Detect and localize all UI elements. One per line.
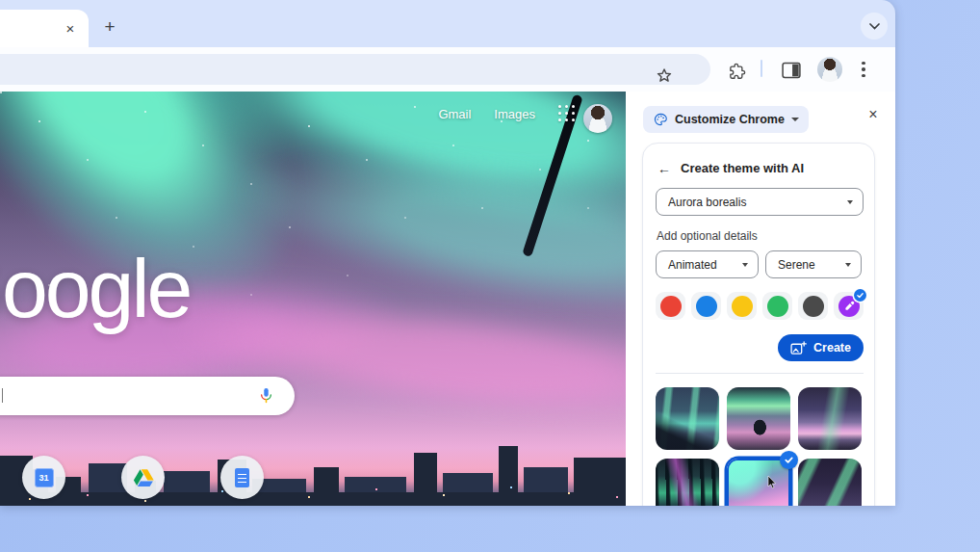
images-link[interactable]: Images xyxy=(494,107,535,121)
google-logo: Google xyxy=(0,241,190,336)
theme-thumbnail-aurora-city-pink[interactable] xyxy=(798,387,862,450)
shortcuts-row: 31 xyxy=(22,456,264,499)
chevron-down-icon xyxy=(742,263,748,267)
create-button-label: Create xyxy=(813,341,851,355)
selected-check-badge xyxy=(854,289,866,302)
google-account-avatar[interactable] xyxy=(583,104,612,133)
chevron-down-icon xyxy=(845,263,851,267)
theme-prompt-value: Aurora borealis xyxy=(668,196,746,209)
customize-chrome-chip[interactable]: Customize Chrome xyxy=(643,106,809,133)
detail-value: Animated xyxy=(668,258,717,272)
docs-shortcut[interactable] xyxy=(220,456,264,499)
customize-chrome-panel: Customize Chrome × ← Create theme with A… xyxy=(626,92,895,506)
tab-strip: × + xyxy=(0,0,895,47)
calendar-shortcut[interactable]: 31 xyxy=(22,456,65,499)
new-tab-page: Gmail Images Google xyxy=(0,92,626,506)
theme-prompt-dropdown[interactable]: Aurora borealis xyxy=(656,188,864,216)
detail-dropdown-serene[interactable]: Serene xyxy=(765,250,862,278)
page-header-nav: Gmail Images xyxy=(438,105,576,122)
color-swatch-row xyxy=(656,292,864,320)
window-content: Gmail Images Google xyxy=(0,92,895,506)
back-arrow-icon[interactable]: ← xyxy=(658,162,671,175)
new-tab-button[interactable]: + xyxy=(96,13,123,40)
eyedropper-icon xyxy=(843,301,855,312)
toolbar xyxy=(0,47,895,92)
color-swatch-green[interactable] xyxy=(762,292,792,320)
detail-value: Serene xyxy=(778,258,815,272)
active-tab[interactable]: × xyxy=(0,10,89,47)
browser-profile-avatar[interactable] xyxy=(817,57,842,82)
voice-search-mic-icon[interactable] xyxy=(258,387,274,405)
divider xyxy=(656,373,864,374)
docs-icon xyxy=(235,468,249,487)
theme-thumbnail-aurora-island[interactable] xyxy=(727,387,790,450)
address-bar[interactable] xyxy=(0,54,710,85)
theme-thumbnail-grid xyxy=(656,387,864,506)
theme-thumbnail-aurora-city-green[interactable] xyxy=(798,459,862,506)
chevron-down-icon xyxy=(791,118,799,121)
extensions-icon[interactable] xyxy=(728,62,747,81)
palette-icon xyxy=(653,112,668,127)
details-label: Add optional details xyxy=(657,229,861,243)
color-swatch-grey[interactable] xyxy=(798,292,828,320)
color-swatch-red[interactable] xyxy=(656,292,685,320)
tab-close-icon[interactable]: × xyxy=(60,17,81,39)
browser-window: × + xyxy=(0,0,895,506)
toolbar-divider xyxy=(761,60,762,77)
selected-check-badge xyxy=(780,451,798,469)
theme-thumbnail-aurora-mountains[interactable] xyxy=(656,387,719,450)
browser-menu-icon[interactable] xyxy=(855,59,872,80)
create-theme-card: ← Create theme with AI Aurora borealis A… xyxy=(642,143,875,506)
card-heading: Create theme with AI xyxy=(681,161,804,175)
color-swatch-yellow[interactable] xyxy=(727,292,757,320)
image-sparkle-icon xyxy=(790,341,807,355)
drive-icon xyxy=(133,468,154,487)
tab-search-button[interactable] xyxy=(861,13,888,39)
text-cursor xyxy=(2,388,3,403)
chevron-down-icon xyxy=(869,23,880,30)
color-swatch-custom[interactable] xyxy=(834,292,864,320)
bookmark-star-icon[interactable] xyxy=(655,66,674,86)
create-button[interactable]: Create xyxy=(778,334,864,361)
calendar-icon: 31 xyxy=(35,468,54,487)
color-swatch-blue[interactable] xyxy=(691,292,721,320)
chevron-down-icon xyxy=(847,200,853,204)
search-bar[interactable] xyxy=(0,377,295,415)
panel-close-icon[interactable]: × xyxy=(862,103,885,126)
detail-dropdown-animated[interactable]: Animated xyxy=(656,250,759,278)
gmail-link[interactable]: Gmail xyxy=(438,107,471,121)
side-panel-toggle-icon[interactable] xyxy=(782,62,801,83)
stars xyxy=(0,92,2,93)
theme-thumbnail-aurora-forest[interactable] xyxy=(656,459,719,506)
drive-shortcut[interactable] xyxy=(121,456,165,499)
theme-thumbnail-aurora-pink-sky[interactable] xyxy=(727,459,790,506)
google-apps-grid-icon[interactable] xyxy=(558,105,576,122)
panel-title: Customize Chrome xyxy=(675,113,785,126)
mouse-cursor xyxy=(767,476,777,489)
